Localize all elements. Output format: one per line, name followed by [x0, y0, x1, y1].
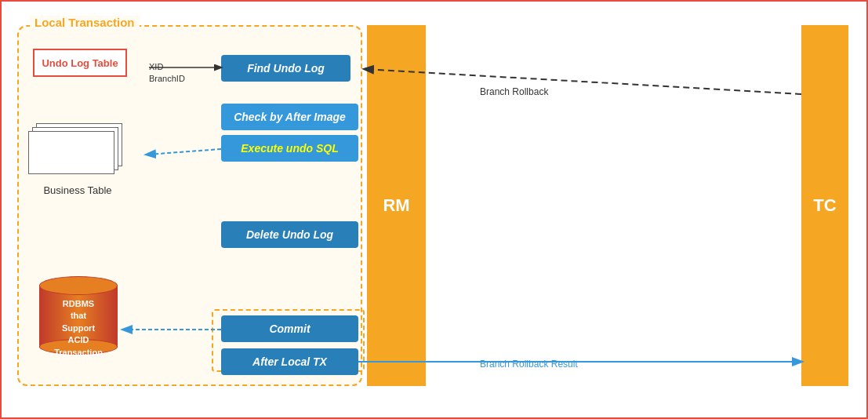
check-by-after-image-box: Check by After Image	[221, 104, 358, 130]
rm-label: RM	[383, 195, 409, 216]
business-table-container: Business Table	[27, 123, 136, 182]
branch-id-label: BranchID	[149, 74, 185, 83]
branch-rollback-result-label: Branch Rollback Result	[480, 359, 578, 370]
undo-log-table: Undo Log Table	[33, 49, 127, 77]
execute-undo-sql-box: Execute undo SQL	[221, 135, 358, 162]
branch-rollback-label: Branch Rollback	[480, 86, 548, 97]
page-front	[28, 131, 114, 174]
commit-box: Commit	[221, 315, 358, 342]
tc-column: TC	[801, 25, 848, 386]
tc-label: TC	[813, 195, 836, 216]
diagram-inner: Local Transaction Undo Log Table XID Bra…	[9, 9, 859, 410]
cylinder: RDBMS that Support ACID Transaction	[39, 276, 118, 355]
page-stack	[27, 123, 129, 178]
diagram-wrapper: Local Transaction Undo Log Table XID Bra…	[0, 0, 868, 419]
xid-label: XID	[149, 62, 163, 71]
rm-column: RM	[367, 25, 426, 386]
local-transaction-label: Local Transaction	[30, 16, 140, 29]
after-local-tx-box: After Local TX	[221, 348, 358, 375]
cylinder-top	[39, 276, 118, 295]
business-table-label: Business Table	[27, 184, 129, 196]
rdbms-text: RDBMS that Support ACID Transaction	[39, 298, 118, 359]
svg-line-0	[365, 69, 801, 94]
rdbms-container: RDBMS that Support ACID Transaction	[31, 276, 125, 370]
find-undo-log-box: Find Undo Log	[221, 55, 350, 82]
delete-undo-log-box: Delete Undo Log	[221, 221, 358, 248]
